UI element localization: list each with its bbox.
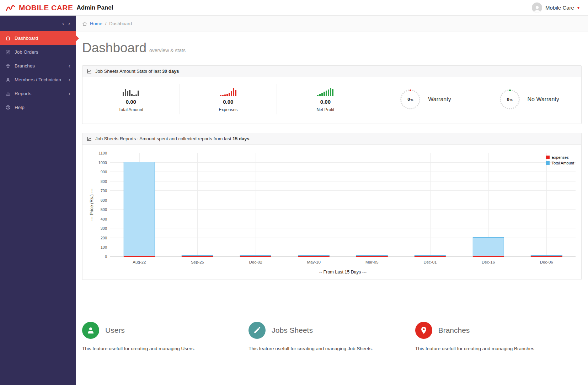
collapse-left-icon[interactable]: ‹ [62, 20, 64, 26]
chart-column-sep-25: Sep-25 [169, 153, 227, 257]
sidebar-item-label: Reports [15, 91, 31, 96]
chart-column-dec-06: Dec-06 [517, 153, 576, 257]
bar-expenses [415, 256, 446, 257]
bar-total-amount [531, 255, 562, 256]
sidebar-item-dashboard[interactable]: Dashboard [0, 31, 76, 45]
y-tick-label: 400 [101, 217, 107, 221]
page-title-text: Dashboard [82, 40, 146, 55]
bar-expenses [356, 256, 387, 257]
x-tick-label: Dec-02 [226, 260, 285, 264]
sidebar: ‹ › DashboardJob OrdersBranches‹Members … [0, 16, 76, 385]
feature-title: Jobs Sheets [272, 326, 313, 335]
y-tick-label: 1000 [98, 161, 107, 165]
chart-column-mar-05: Mar-05 [343, 153, 401, 257]
stat-label: Expenses [219, 107, 237, 112]
knob-label: No Warranty [528, 96, 559, 103]
bar-expenses [124, 256, 155, 257]
bar-expenses [182, 256, 213, 257]
bar-chart-icon [5, 91, 11, 96]
brand-suffix: Admin Panel [77, 4, 113, 11]
sidebar-item-reports[interactable]: Reports‹ [0, 87, 76, 101]
chart-columns: Aug-22Sep-25Dec-02May-10Mar-05Dec-01Dec-… [110, 153, 576, 257]
x-tick-label: May-10 [285, 260, 343, 264]
divider [248, 360, 354, 360]
y-tick-label: 0 [105, 255, 107, 259]
sidebar-item-branches[interactable]: Branches‹ [0, 59, 76, 73]
chart-column-dec-16: Dec-16 [459, 153, 518, 257]
knob-dial: 0% [500, 90, 520, 109]
bar-chart: --- Price (Rs.) --- 11001000900800700600… [82, 145, 581, 280]
page-subtitle: overview & stats [149, 48, 186, 53]
knob-warranty: 0%Warranty [374, 90, 478, 109]
feature-card-branches: BranchesThis feature usefull for creatin… [415, 322, 582, 360]
legend-swatch [546, 161, 550, 165]
sidebar-item-label: Help [15, 105, 25, 110]
sparkline-expenses-icon [220, 86, 236, 96]
sidebar-item-help[interactable]: Help [0, 101, 76, 114]
stat-label: Net Profit [316, 107, 334, 112]
stat-total-amount: 0.00Total Amount [82, 84, 180, 114]
stat-net-profit: 0.00Net Profit [277, 84, 374, 114]
bar-expenses [240, 256, 271, 257]
y-tick-label: 300 [101, 226, 107, 231]
y-axis-label: --- Price (Rs.) --- [88, 153, 95, 257]
bar-total-amount [472, 237, 504, 256]
home-icon [5, 36, 11, 41]
stats-panel-title: Job Sheets Amount Stats of last 30 days [95, 69, 179, 74]
y-tick-label: 100 [101, 245, 107, 249]
feature-card-users: UsersThis feature usefull for creating a… [82, 322, 248, 360]
user-menu[interactable]: Mobile Care ▾ [532, 2, 582, 13]
feature-description: This feature usefull for creating and ma… [82, 346, 244, 351]
y-axis-ticks: 110010009008007006005004003002001000 [95, 153, 110, 257]
user-icon [82, 322, 99, 339]
stat-value: 0.00 [223, 99, 233, 105]
legend-label: Total Amount [551, 161, 574, 165]
y-tick-label: 500 [101, 207, 107, 212]
chevron-left-icon: ‹ [69, 63, 70, 69]
bar-expenses [531, 256, 562, 257]
pin-icon [415, 322, 432, 339]
legend-label: Expenses [551, 155, 568, 159]
chart-column-dec-02: Dec-02 [226, 153, 285, 257]
chart-icon [87, 69, 92, 74]
chevron-left-icon: ‹ [69, 91, 70, 97]
y-tick-label: 600 [101, 198, 107, 202]
breadcrumb-current: Dashboard [109, 21, 132, 26]
report-panel-title: Job Sheets Reports : Amount spent and co… [95, 136, 250, 141]
chart-column-may-10: May-10 [285, 153, 343, 257]
collapse-right-icon[interactable]: › [68, 20, 70, 26]
legend-item-expenses: Expenses [546, 155, 574, 159]
stat-value: 0.00 [126, 99, 136, 105]
bar-total-amount [240, 255, 271, 256]
report-panel: Job Sheets Reports : Amount spent and co… [82, 133, 582, 280]
y-tick-label: 200 [101, 236, 107, 240]
chart-column-aug-22: Aug-22 [110, 153, 169, 257]
sidebar-collapse-controls: ‹ › [0, 16, 76, 31]
stats-panel-header: Job Sheets Amount Stats of last 30 days [82, 66, 581, 77]
legend-swatch [546, 156, 550, 159]
sidebar-item-job-orders[interactable]: Job Orders [0, 45, 76, 59]
chart-icon [87, 136, 92, 141]
sidebar-item-label: Branches [15, 63, 35, 69]
report-panel-header: Job Sheets Reports : Amount spent and co… [82, 133, 581, 145]
bar-expenses [472, 256, 504, 257]
sidebar-item-members-technician[interactable]: Members / Technician‹ [0, 73, 76, 87]
breadcrumb: Home / Dashboard [76, 16, 588, 32]
plot-area: Aug-22Sep-25Dec-02May-10Mar-05Dec-01Dec-… [110, 153, 576, 257]
bar-total-amount [124, 162, 155, 256]
stats-row: 0.00Total Amount0.00Expenses0.00Net Prof… [82, 77, 581, 124]
bar-total-amount [182, 255, 213, 256]
feature-card-jobs-sheets: Jobs SheetsThis feature usefull for crea… [248, 322, 415, 360]
x-axis-label: -- From Last 15 Days --- [110, 270, 576, 275]
sparkline-net-profit-icon [317, 86, 333, 96]
avatar [532, 2, 542, 13]
sidebar-item-label: Members / Technician [15, 77, 61, 82]
chart-column-dec-01: Dec-01 [401, 153, 459, 257]
bar-total-amount [356, 255, 387, 256]
feature-title: Branches [438, 326, 470, 335]
breadcrumb-home-link[interactable]: Home [90, 21, 102, 26]
x-tick-label: Mar-05 [343, 260, 401, 264]
chart-legend: ExpensesTotal Amount [546, 155, 574, 165]
legend-item-total-amount: Total Amount [546, 161, 574, 165]
sidebar-item-label: Dashboard [15, 36, 38, 41]
